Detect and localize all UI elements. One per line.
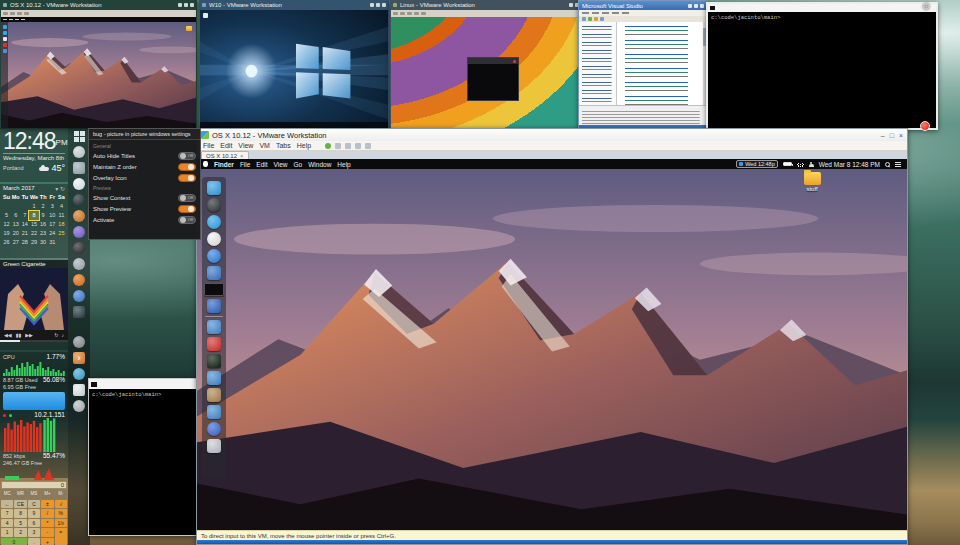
calendar-date[interactable]: 2 — [39, 202, 48, 211]
calc-key-√[interactable]: √ — [55, 500, 67, 509]
toggle-auto-hide-titles[interactable]: Off — [178, 152, 196, 160]
terminal-window-thumb[interactable] — [204, 283, 224, 296]
calc-key-←[interactable]: ← — [1, 500, 13, 509]
calendar-date[interactable]: 29 — [29, 238, 38, 247]
notification-center-icon[interactable] — [895, 162, 901, 167]
minimize-button[interactable]: – — [881, 132, 885, 139]
console-app-icon[interactable] — [207, 354, 221, 368]
next-button[interactable]: ▶▶ — [25, 332, 33, 338]
desktop-folder-icon-mini[interactable] — [186, 26, 192, 31]
calendar-date[interactable]: 17 — [48, 220, 57, 229]
pictures-folder-icon[interactable] — [207, 320, 221, 334]
calendar-date[interactable]: 31 — [48, 238, 57, 247]
terminal-output[interactable]: c:\code\jacinto\main> — [708, 12, 936, 23]
user-icon[interactable] — [809, 162, 814, 167]
calc-key-1/x[interactable]: 1/x — [55, 519, 67, 528]
explorer-icon[interactable] — [73, 162, 85, 174]
twitter-icon[interactable] — [73, 178, 85, 190]
calc-key-8[interactable]: 8 — [14, 509, 26, 518]
calendar-date[interactable]: 21 — [20, 229, 29, 238]
calc-key-5[interactable]: 5 — [14, 519, 26, 528]
calendar-date[interactable]: 20 — [11, 229, 20, 238]
calendar-date[interactable]: 11 — [57, 211, 66, 220]
vm-toolbar[interactable] — [391, 10, 587, 17]
calendar-date[interactable]: 23 — [39, 229, 48, 238]
steam-icon[interactable] — [73, 242, 85, 254]
pause-icon[interactable] — [335, 143, 341, 149]
arrow-expand-icon[interactable]: › — [73, 352, 85, 364]
calc-keypad[interactable]: MCMRMSM+M-←CEC±√789/%456*1/x123-=0.+ — [1, 490, 67, 545]
window-osx-small-vm[interactable]: OS X 10.12 - VMware Workstation — [0, 0, 197, 129]
window-controls[interactable] — [688, 4, 704, 8]
menu-edit[interactable]: Edit — [220, 142, 232, 149]
calendar-grid[interactable]: SuMoTuWeThFrSa12345678910111213141516171… — [2, 193, 66, 247]
terminal-output[interactable]: c:\code\jacinto\main> — [89, 389, 199, 400]
calc-key-*[interactable]: * — [41, 519, 53, 528]
calc-key-±[interactable]: ± — [41, 500, 53, 509]
window-controls[interactable] — [370, 3, 386, 7]
calendar-date[interactable]: 1 — [29, 202, 38, 211]
vm-screen[interactable] — [200, 10, 388, 128]
vmware-menubar[interactable]: File Edit View VM Tabs Help — [197, 141, 907, 151]
calendar-date[interactable]: 4 — [57, 202, 66, 211]
documents-folder-icon[interactable] — [207, 371, 221, 385]
tab-osx[interactable]: OS X 10.12 × — [201, 151, 249, 159]
record-status-icon[interactable] — [920, 121, 930, 131]
repeat-icon[interactable]: ↻ — [54, 332, 58, 338]
close-icon[interactable] — [513, 60, 516, 63]
tab-close-icon[interactable]: × — [240, 153, 244, 159]
mac-menu-go[interactable]: Go — [294, 161, 303, 168]
macos-desktop[interactable]: stuff — [197, 169, 907, 530]
titlebar[interactable]: OS X 10.12 - VMware Workstation – □ × — [197, 129, 907, 141]
calc-key-MS[interactable]: MS — [28, 490, 40, 499]
utilities-folder-icon[interactable] — [207, 266, 221, 280]
calc-key-/[interactable]: / — [41, 509, 53, 518]
titlebar[interactable]: Linux - VMware Workstation — [390, 0, 588, 10]
close-button[interactable]: × — [899, 132, 903, 139]
calendar-date[interactable]: 7 — [20, 211, 29, 220]
finder-icon[interactable] — [207, 181, 221, 195]
calendar-nav-icons[interactable]: ▾ ↻ — [55, 185, 65, 192]
macos-dock[interactable] — [202, 177, 226, 479]
vertical-taskbar[interactable]: › — [68, 128, 90, 545]
menu-view[interactable]: View — [238, 142, 253, 149]
toggle-activate[interactable]: Off — [178, 216, 196, 224]
mac-menu-window[interactable]: Window — [308, 161, 331, 168]
spotlight-icon[interactable] — [885, 162, 890, 167]
calc-key-=[interactable]: = — [55, 528, 67, 545]
titlebar[interactable]: Microsoft Visual Studio — [579, 1, 707, 10]
downloads-folder-icon[interactable] — [207, 405, 221, 419]
calc-key-1[interactable]: 1 — [1, 528, 13, 537]
calc-key-C[interactable]: C — [28, 500, 40, 509]
menu-file[interactable]: File — [203, 142, 214, 149]
xcode-icon[interactable] — [207, 299, 221, 313]
vm-screen[interactable] — [391, 17, 587, 130]
menubar-clock[interactable]: Wed Mar 8 12:48 PM — [819, 161, 880, 168]
calendar-date[interactable]: 14 — [20, 220, 29, 229]
photos-icon[interactable] — [207, 232, 221, 246]
window-controls[interactable] — [178, 3, 194, 7]
volume-icon[interactable]: ♪ — [62, 332, 65, 338]
music-app-icon[interactable] — [73, 194, 85, 206]
calc-key-+[interactable]: + — [41, 538, 53, 545]
prev-button[interactable]: ◀◀ — [4, 332, 12, 338]
code-editor[interactable] — [617, 22, 707, 105]
wifi-icon[interactable] — [797, 162, 804, 167]
calc-key-0[interactable]: 0 — [1, 538, 27, 545]
calendar-date[interactable] — [20, 202, 29, 211]
calc-key-M+[interactable]: M+ — [41, 490, 53, 499]
discord-icon[interactable] — [73, 226, 85, 238]
pip-settings-popup[interactable]: bug - picture in picture windows setting… — [88, 128, 201, 240]
calendar-date[interactable]: 27 — [11, 238, 20, 247]
calc-key-9[interactable]: 9 — [28, 509, 40, 518]
contacts-icon[interactable] — [73, 258, 85, 270]
calendar-date[interactable]: 18 — [57, 220, 66, 229]
maximize-button[interactable]: □ — [890, 132, 894, 139]
calendar-date[interactable]: 24 — [48, 229, 57, 238]
dock-divider[interactable] — [205, 316, 223, 317]
toggle-overlay-icon[interactable] — [178, 174, 196, 182]
calc-key-MC[interactable]: MC — [1, 490, 13, 499]
desktop-folder-icon[interactable]: stuff — [791, 172, 833, 192]
menu-tabs[interactable]: Tabs — [276, 142, 291, 149]
edge-icon[interactable] — [73, 368, 85, 380]
